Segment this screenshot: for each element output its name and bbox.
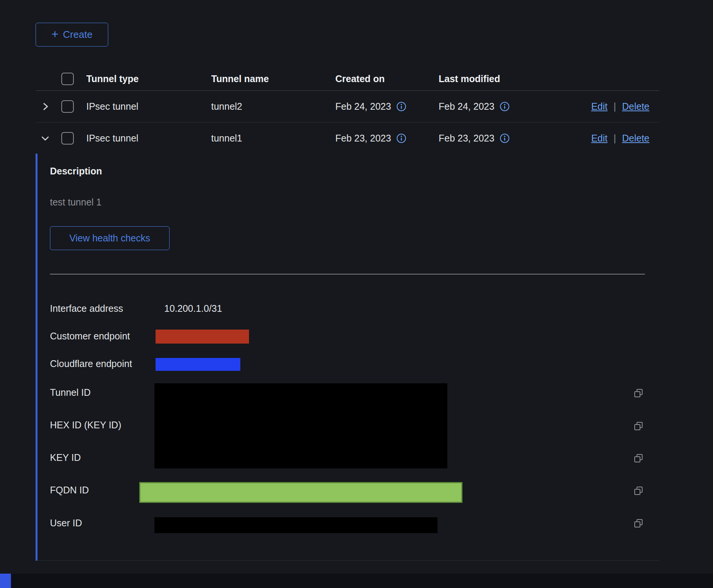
tunnel-id-label: Tunnel ID xyxy=(50,387,90,398)
created-on-cell: Feb 24, 2023 xyxy=(335,101,391,112)
fqdn-id-label: FQDN ID xyxy=(50,485,89,496)
table-header: Tunnel type Tunnel name Created on Last … xyxy=(36,67,659,91)
column-header-created-on: Created on xyxy=(335,73,439,84)
delete-link[interactable]: Delete xyxy=(622,101,649,112)
table-row-tunnel2: IPsec tunnel tunnel2 Feb 24, 2023 Feb 24… xyxy=(36,91,659,123)
cloudflare-endpoint-label: Cloudflare endpoint xyxy=(50,358,132,369)
interface-address-value: 10.200.1.0/31 xyxy=(164,303,222,314)
tunnel-detail-panel: Description test tunnel 1 View health ch… xyxy=(36,154,659,561)
bottom-accent-block xyxy=(0,574,11,588)
divider xyxy=(50,274,645,274)
user-id-label: User ID xyxy=(50,518,82,529)
customer-endpoint-label: Customer endpoint xyxy=(50,331,130,342)
info-icon[interactable] xyxy=(396,101,406,112)
tunnel-type-cell: IPsec tunnel xyxy=(86,133,211,144)
ids-redacted-value xyxy=(154,383,447,468)
plus-icon: + xyxy=(51,28,59,40)
column-header-tunnel-name: Tunnel name xyxy=(211,73,335,84)
copy-icon[interactable] xyxy=(633,388,644,400)
copy-icon[interactable] xyxy=(633,453,644,465)
create-button[interactable]: + Create xyxy=(36,23,108,47)
info-icon[interactable] xyxy=(500,133,510,143)
tunnel-type-cell: IPsec tunnel xyxy=(86,101,211,112)
row-checkbox[interactable] xyxy=(61,100,74,113)
interface-address-label: Interface address xyxy=(50,303,123,314)
fqdn-id-redacted-value xyxy=(139,482,462,503)
last-modified-cell: Feb 23, 2023 xyxy=(439,133,494,144)
table-row-tunnel1: IPsec tunnel tunnel1 Feb 23, 2023 Feb 23… xyxy=(36,123,659,154)
created-on-cell: Feb 23, 2023 xyxy=(335,133,391,144)
action-separator: | xyxy=(613,101,616,112)
tunnel-name-cell: tunnel1 xyxy=(211,133,335,144)
description-value: test tunnel 1 xyxy=(50,197,101,208)
row-checkbox[interactable] xyxy=(61,132,74,145)
cloudflare-endpoint-redacted-value xyxy=(156,358,240,371)
copy-icon[interactable] xyxy=(633,485,644,498)
chevron-right-icon[interactable] xyxy=(40,101,50,112)
tunnels-page: + Create Tunnel type Tunnel name Created… xyxy=(0,0,713,588)
column-header-tunnel-type: Tunnel type xyxy=(86,73,211,84)
action-separator: | xyxy=(613,133,616,144)
bottom-bar xyxy=(0,574,713,588)
chevron-down-icon[interactable] xyxy=(40,133,50,143)
copy-icon[interactable] xyxy=(633,421,644,433)
column-header-last-modified: Last modified xyxy=(439,73,583,84)
info-icon[interactable] xyxy=(396,133,406,143)
create-button-label: Create xyxy=(63,29,92,40)
delete-link[interactable]: Delete xyxy=(622,133,649,144)
tunnel-name-cell: tunnel2 xyxy=(211,101,335,112)
edit-link[interactable]: Edit xyxy=(591,133,607,144)
user-id-redacted-value xyxy=(154,517,437,533)
view-health-checks-button[interactable]: View health checks xyxy=(50,226,170,250)
edit-link[interactable]: Edit xyxy=(591,101,607,112)
hex-id-label: HEX ID (KEY ID) xyxy=(50,420,121,431)
customer-endpoint-redacted-value xyxy=(156,330,249,344)
select-all-checkbox[interactable] xyxy=(61,73,74,85)
key-id-label: KEY ID xyxy=(50,452,81,463)
copy-icon[interactable] xyxy=(633,518,644,530)
last-modified-cell: Feb 24, 2023 xyxy=(439,101,494,112)
description-heading: Description xyxy=(50,166,102,177)
info-icon[interactable] xyxy=(500,101,510,112)
